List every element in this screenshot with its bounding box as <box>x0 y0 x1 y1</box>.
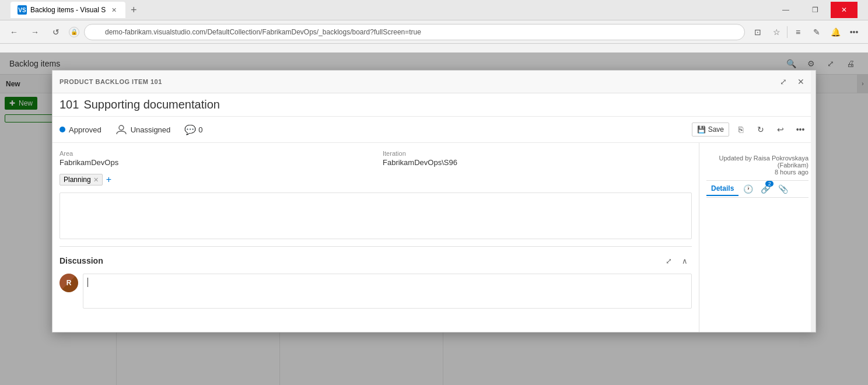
notifications-btn[interactable]: 🔔 <box>827 24 844 40</box>
updated-by-name: Updated by Raisa Pokrovskaya (Fabrikam) <box>706 155 808 169</box>
address-bar[interactable]: demo-fabrikam.visualstudio.com/DefaultCo… <box>84 24 745 40</box>
tab-details[interactable]: Details <box>706 182 738 196</box>
status-dot <box>60 127 65 132</box>
dialog-title-row: 101 Supporting documentation <box>52 93 816 117</box>
more-btn[interactable]: ••• <box>846 24 862 40</box>
add-tag-btn[interactable]: + <box>106 174 111 185</box>
status-field[interactable]: Approved <box>60 125 102 134</box>
comment-icon: 💬 <box>184 124 196 135</box>
expand-dialog-btn[interactable]: ⤢ <box>776 74 791 89</box>
maximize-btn[interactable]: ❒ <box>802 2 828 18</box>
dialog-header-icons: ⤢ ✕ <box>776 74 808 89</box>
refresh-btn[interactable]: ↻ <box>752 121 769 138</box>
tab-close-btn[interactable]: ✕ <box>109 5 118 15</box>
iteration-value[interactable]: FabrikamDevOps\S96 <box>383 158 692 167</box>
new-tab-btn[interactable]: + <box>125 2 142 18</box>
forward-btn[interactable]: → <box>27 24 43 40</box>
dialog-body: Area FabrikamDevOps Iteration FabrikamDe… <box>52 143 816 332</box>
tools-btn[interactable]: ✎ <box>808 24 825 40</box>
area-field: Area FabrikamDevOps <box>60 150 369 167</box>
tab-history[interactable]: 🕐 <box>740 181 756 197</box>
url-text: demo-fabrikam.visualstudio.com/DefaultCo… <box>105 28 421 36</box>
links-badge: 2 <box>765 181 774 187</box>
reading-list-btn[interactable]: ≡ <box>790 24 806 40</box>
comments-field: 💬 0 <box>184 124 202 135</box>
browser-tab[interactable]: VS Backlog items - Visual S ✕ <box>10 2 125 18</box>
status-label: Approved <box>69 125 102 134</box>
user-avatar: R <box>60 274 78 292</box>
area-label: Area <box>60 150 369 157</box>
tag-planning-label: Planning <box>64 176 91 184</box>
copy-btn[interactable]: ⎘ <box>733 121 749 138</box>
reader-view-btn[interactable]: ⊡ <box>750 24 766 40</box>
work-item-dialog: PRODUCT BACKLOG ITEM 101 ⤢ ✕ 101 Support… <box>52 70 816 332</box>
discussion-title: Discussion <box>60 256 103 265</box>
svg-point-0 <box>119 125 124 130</box>
comments-count: 0 <box>198 125 202 134</box>
dialog-header: PRODUCT BACKLOG ITEM 101 ⤢ ✕ <box>52 71 816 93</box>
assignee-label: Unassigned <box>131 125 171 134</box>
dialog-sidebar: Updated by Raisa Pokrovskaya (Fabrikam) … <box>699 143 816 332</box>
security-icon: 🔒 <box>69 27 79 37</box>
title-bar: VS Backlog items - Visual S ✕ + — ❒ ✕ <box>0 0 868 20</box>
save-label: Save <box>708 125 724 134</box>
collapse-discussion-btn[interactable]: ∧ <box>678 254 692 268</box>
area-value[interactable]: FabrikamDevOps <box>60 158 369 167</box>
discussion-section-header: Discussion ⤢ ∧ <box>60 254 692 268</box>
section-icons: ⤢ ∧ <box>662 254 692 268</box>
nav-bar: ← → ↺ 🔒 demo-fabrikam.visualstudio.com/D… <box>0 20 868 44</box>
more-options-btn[interactable]: ••• <box>792 121 808 138</box>
attachment-icon: 📎 <box>778 184 788 194</box>
dialog-meta-row: Approved Unassigned 💬 0 💾 Save <box>52 117 816 143</box>
updated-by-time: 8 hours ago <box>706 169 808 176</box>
refresh-btn[interactable]: ↺ <box>48 24 64 40</box>
assignee-field[interactable]: Unassigned <box>116 124 171 135</box>
dialog-title[interactable]: Supporting documentation <box>83 98 220 111</box>
right-panel-tabs: Details 🕐 🔗 2 📎 <box>706 181 808 198</box>
text-cursor <box>88 278 88 287</box>
browser-chrome: VS Backlog items - Visual S ✕ + — ❒ ✕ ← … <box>0 0 868 52</box>
modal-overlay: PRODUCT BACKLOG ITEM 101 ⤢ ✕ 101 Support… <box>0 52 868 385</box>
comment-input[interactable] <box>83 274 692 309</box>
field-group-area-iteration: Area FabrikamDevOps Iteration FabrikamDe… <box>60 150 692 167</box>
discussion-input-row: R <box>60 274 692 309</box>
dialog-scrollbar[interactable] <box>811 71 816 332</box>
dialog-type-label: PRODUCT BACKLOG ITEM 101 <box>60 78 162 85</box>
tab-favicon: VS <box>18 5 27 15</box>
dialog-id: 101 <box>60 98 79 111</box>
favorites-btn[interactable]: ☆ <box>768 24 785 40</box>
assignee-icon <box>116 124 127 135</box>
dialog-main: Area FabrikamDevOps Iteration FabrikamDe… <box>52 143 699 332</box>
back-btn[interactable]: ← <box>6 24 22 40</box>
history-icon: 🕐 <box>743 184 753 194</box>
close-dialog-btn[interactable]: ✕ <box>793 74 808 89</box>
tab-attachments[interactable]: 📎 <box>775 181 791 197</box>
app-area: Backlog items 🔍 ⚙ ⤢ 🖨 New ‹ Approved Com… <box>0 52 868 385</box>
iteration-label: Iteration <box>383 150 692 157</box>
nav-icons: ⊡ ☆ ≡ ✎ 🔔 ••• <box>750 24 862 40</box>
save-btn[interactable]: 💾 Save <box>692 123 729 136</box>
minimize-btn[interactable]: — <box>772 2 799 18</box>
tag-planning-remove[interactable]: ✕ <box>93 176 99 184</box>
close-btn[interactable]: ✕ <box>831 2 858 18</box>
tab-title: Backlog items - Visual S <box>30 6 106 14</box>
undo-btn[interactable]: ↩ <box>772 121 789 138</box>
discussion-section: Discussion ⤢ ∧ R <box>60 246 692 309</box>
iteration-field: Iteration FabrikamDevOps\S96 <box>383 150 692 167</box>
description-area[interactable] <box>60 192 692 239</box>
save-icon: 💾 <box>697 125 706 134</box>
dialog-toolbar: 💾 Save ⎘ ↻ ↩ ••• <box>692 121 808 138</box>
divider <box>787 26 788 38</box>
tags-area: Planning ✕ + <box>60 174 692 186</box>
tab-links[interactable]: 🔗 2 <box>757 181 774 197</box>
updated-by: Updated by Raisa Pokrovskaya (Fabrikam) … <box>706 150 808 181</box>
expand-discussion-btn[interactable]: ⤢ <box>662 254 676 268</box>
tag-planning: Planning ✕ <box>60 174 103 186</box>
